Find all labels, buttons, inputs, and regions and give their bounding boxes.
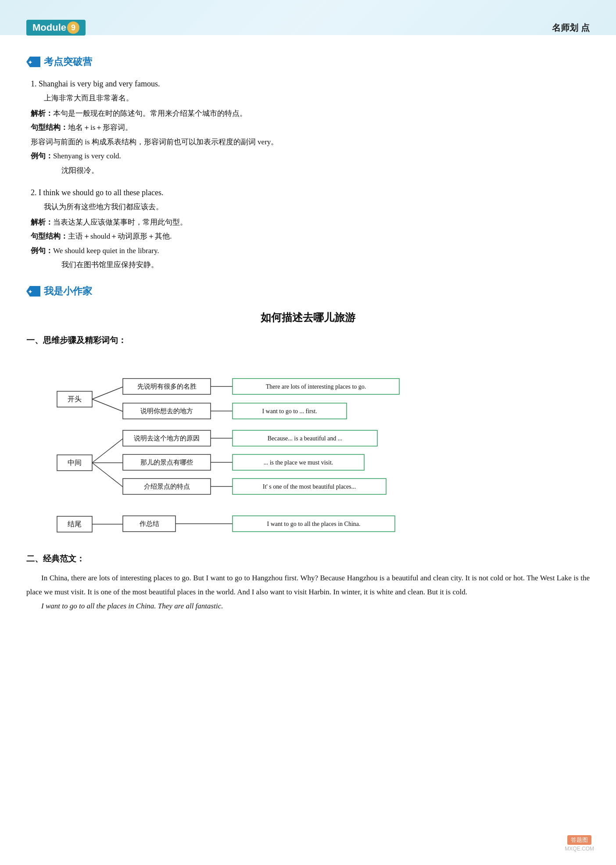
svg-text:... is the place we must visit: ... is the place we must visit. [264,459,333,466]
item-2: 2. I think we should go to all these pla… [26,186,590,272]
page-header: Module 9 名师划 点 [26,13,590,44]
svg-text:✦: ✦ [28,59,33,66]
writing-title: 如何描述去哪儿旅游 [26,308,590,327]
item1-liju: 例句：Shenyang is very cold. [26,150,590,163]
item2-juxing: 句型结构：主语＋should＋动词原形＋其他. [26,230,590,243]
svg-text:I want to go to ... first.: I want to go to ... first. [262,408,317,415]
svg-text:说明去这个地方的原因: 说明去这个地方的原因 [134,435,200,442]
item2-jiexi: 解析：当表达某人应该做某事时，常用此句型。 [26,216,590,229]
item1-liju-cn: 沈阳很冷。 [26,164,590,178]
section2-icon: ✦ [26,285,40,297]
diagram-svg: 开头 先说明有很多的名胜 There are lots of interesti… [44,354,570,538]
svg-text:先说明有很多的名胜: 先说明有很多的名胜 [137,383,197,390]
sub1-title: 一、思维步骤及精彩词句： [26,333,590,348]
item2-liju: 例句：We should keep quiet in the library. [26,244,590,258]
svg-text:It' s one of the most beautifu: It' s one of the most beautiful places..… [263,483,356,490]
header-right-title: 名师划 点 [552,22,590,34]
classic-para2: I want to go to all the places in China.… [26,599,590,613]
svg-line-6 [92,387,123,399]
svg-text:✦: ✦ [28,288,33,295]
item2-liju-cn: 我们在图书馆里应保持安静。 [26,258,590,272]
item1-jiexi: 解析：本句是一般现在时的陈述句。常用来介绍某个城市的特点。 [26,107,590,121]
item-1: 1. Shanghai is very big and very famous.… [26,77,590,178]
section1-title-text: 考点突破营 [44,53,92,71]
main-content: ✦ 考点突破营 1. Shanghai is very big and very… [26,53,590,614]
svg-text:作总结: 作总结 [139,520,159,527]
watermark: 答题图 MXQE.COM [565,835,594,852]
classic-title: 二、经典范文： [26,551,590,566]
watermark-top: 答题图 [567,835,591,845]
svg-text:介绍景点的特点: 介绍景点的特点 [144,483,190,490]
watermark-bottom: MXQE.COM [565,846,594,852]
svg-text:I want to go to all the places: I want to go to all the places in China. [267,521,360,527]
module-label: Module [32,22,66,33]
item2-english: 2. I think we should go to all these pla… [26,186,590,200]
svg-text:There are lots of interesting : There are lots of interesting places to … [266,383,366,390]
svg-text:开头: 开头 [68,395,82,403]
item1-extra: 形容词与前面的 is 构成系表结构，形容词前也可以加表示程度的副词 very。 [26,136,590,149]
module-badge: Module 9 [26,20,86,36]
section2-title: ✦ 我是小作家 [26,282,590,300]
item2-chinese: 我认为所有这些地方我们都应该去。 [26,200,590,214]
diagram-container: 开头 先说明有很多的名胜 There are lots of interesti… [44,354,572,543]
svg-line-22 [92,463,123,487]
section1-title: ✦ 考点突破营 [26,53,590,71]
svg-text:那儿的景点有哪些: 那儿的景点有哪些 [140,459,193,466]
section2: ✦ 我是小作家 如何描述去哪儿旅游 一、思维步骤及精彩词句： 开头 [26,282,590,614]
svg-text:中间: 中间 [68,459,82,466]
module-number: 9 [67,21,79,34]
classic-section: 二、经典范文： In China, there are lots of inte… [26,551,590,613]
item1-chinese: 上海非常大而且非常著名。 [26,92,590,105]
classic-para1: In China, there are lots of interesting … [26,571,590,600]
item1-english: 1. Shanghai is very big and very famous. [26,77,590,91]
svg-line-20 [92,439,123,463]
section2-title-text: 我是小作家 [44,282,92,300]
svg-line-7 [92,399,123,411]
svg-text:Because... is a beautiful and : Because... is a beautiful and ... [268,435,343,442]
svg-text:结尾: 结尾 [68,520,82,528]
section1-icon: ✦ [26,56,40,68]
item1-juxing: 句型结构：地名＋is＋形容词。 [26,121,590,135]
svg-text:说明你想去的地方: 说明你想去的地方 [140,407,193,415]
